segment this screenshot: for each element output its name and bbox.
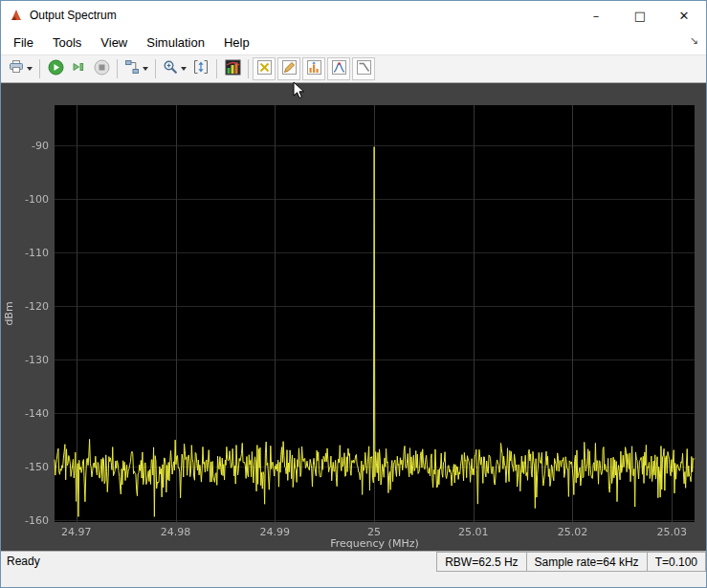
menu-tools[interactable]: Tools [43, 32, 91, 54]
menu-bar: File Tools View Simulation Help ↘ [1, 30, 706, 54]
step-forward-icon [71, 59, 86, 78]
caption-buttons: – □ ✕ [574, 1, 706, 30]
status-rbw: RBW=62.5 Hz [436, 552, 526, 572]
step-forward-button[interactable] [67, 57, 90, 80]
distortion-measurements-button[interactable] [327, 57, 350, 80]
chevron-down-icon [181, 67, 187, 71]
menu-view[interactable]: View [91, 32, 137, 54]
spectrum-settings-button[interactable] [221, 57, 244, 80]
title-bar: Output Spectrum – □ ✕ [1, 1, 706, 30]
status-sample-rate: Sample rate=64 kHz [526, 552, 648, 572]
stop-icon [94, 59, 110, 79]
play-icon [48, 59, 64, 79]
window-title: Output Spectrum [30, 9, 117, 22]
zoom-button[interactable] [160, 57, 189, 80]
diagonal-line-icon [356, 59, 372, 79]
menu-help[interactable]: Help [214, 32, 259, 54]
toolbar-separator [39, 59, 40, 78]
status-row: Ready RBW=62.5 Hz Sample rate=64 kHz T=0… [1, 552, 706, 572]
magnifier-icon [163, 59, 178, 78]
stop-button[interactable] [90, 57, 113, 80]
close-button[interactable]: ✕ [662, 1, 706, 30]
toolbar-separator [216, 59, 217, 78]
simulink-blocks-button[interactable] [122, 57, 151, 80]
blocks-icon [124, 59, 140, 78]
dock-arrow-icon[interactable]: ↘ [690, 34, 698, 47]
minimize-button[interactable]: – [574, 1, 618, 30]
toolbar-separator [117, 59, 118, 78]
peaks-icon [306, 59, 322, 79]
fit-to-view-button[interactable] [189, 57, 212, 80]
status-text: Ready [1, 552, 437, 572]
toolbar [1, 54, 706, 83]
ccdf-measurements-button[interactable] [352, 57, 375, 80]
fit-to-view-icon [193, 59, 209, 78]
cursor-x-icon [256, 59, 273, 79]
menu-file[interactable]: File [4, 32, 43, 54]
chevron-down-icon [143, 67, 148, 71]
distortion-curve-icon [331, 59, 347, 79]
print-button[interactable] [6, 57, 35, 80]
toolbar-separator [155, 59, 156, 78]
run-button[interactable] [44, 57, 67, 80]
spectrum-plot-canvas[interactable] [1, 83, 706, 551]
status-cells: RBW=62.5 Hz Sample rate=64 kHz T=0.100 [437, 552, 706, 572]
app-icon [9, 8, 24, 23]
status-bar: Ready RBW=62.5 Hz Sample rate=64 kHz T=0… [1, 551, 706, 587]
cursor-measurements-button[interactable] [253, 57, 276, 80]
toolbar-separator [248, 59, 249, 78]
spectrum-colors-icon [225, 59, 241, 79]
menu-simulation[interactable]: Simulation [137, 32, 214, 54]
plot-panel [1, 83, 706, 551]
pencil-ruler-icon [281, 59, 298, 79]
printer-icon [9, 59, 24, 78]
status-sim-time: T=0.100 [647, 552, 706, 572]
chevron-down-icon [27, 67, 33, 71]
spectrum-analyzer-window: Output Spectrum – □ ✕ File Tools View Si… [0, 0, 707, 588]
maximize-button[interactable]: □ [618, 1, 662, 30]
peak-finder-button[interactable] [302, 57, 325, 80]
signal-statistics-button[interactable] [277, 57, 300, 80]
